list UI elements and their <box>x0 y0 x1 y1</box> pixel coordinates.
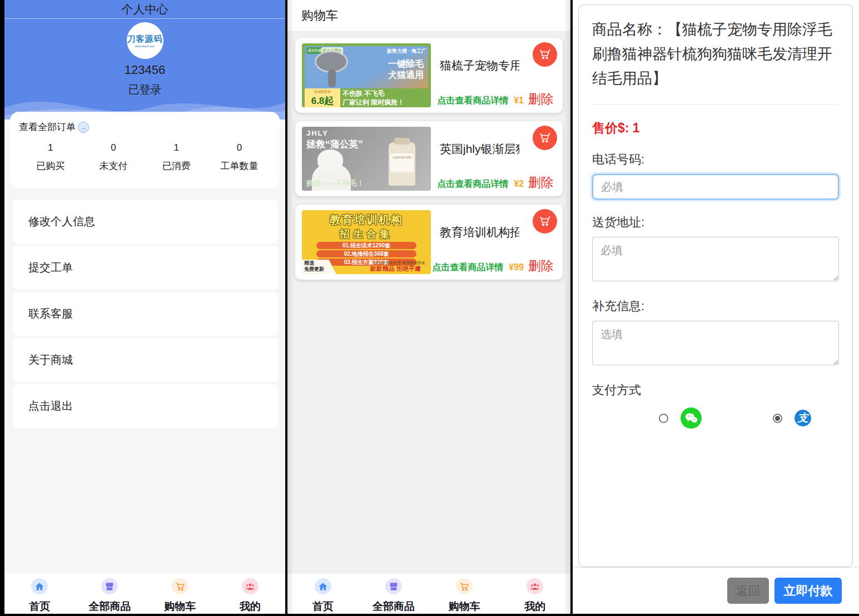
delete-link[interactable]: 删除 <box>528 257 554 275</box>
promo-text: 新势力周 · 淘工厂 <box>387 48 426 55</box>
promo-headline: 拯救“蒲公英” <box>306 138 363 151</box>
promo-headline: 教育培训机构 <box>302 212 431 227</box>
delete-link[interactable]: 删除 <box>528 91 554 108</box>
cart-item-title: 英国jhly银渐层猫咪沐... <box>440 141 519 157</box>
promo-corner: 精选 <box>304 260 314 266</box>
nav-item-home[interactable]: 首页 <box>287 578 358 614</box>
cart-item-title: 教育培训机构招生方... <box>440 225 519 240</box>
bottom-nav: 首页 全部商品 购物车 我的 <box>287 574 570 614</box>
payment-option-wechat[interactable] <box>659 408 702 429</box>
alipay-icon[interactable]: 支 <box>795 410 811 426</box>
checkout-card: 商品名称：【猫梳子宠物专用除浮毛刷撸猫神器针梳狗狗猫咪毛发清理开结毛用品】 售价… <box>578 4 853 567</box>
view-detail-link[interactable]: 点击查看商品详情 <box>437 95 508 107</box>
stat-value: 1 <box>145 142 208 153</box>
address-textarea[interactable] <box>592 237 839 281</box>
item-price: ¥99 <box>509 262 524 272</box>
username: 123456 <box>4 63 285 77</box>
home-icon <box>315 578 331 594</box>
promo-corner: 免费更新 <box>304 266 324 272</box>
wechat-pay-icon[interactable] <box>681 408 702 429</box>
store-icon <box>385 578 402 594</box>
cart-item-title: 猫梳子宠物专用除浮... <box>440 58 519 73</box>
cart-panel: 购物车 满300减30 赠送运费险 新势力周 · 淘工厂 一键除毛 犬猫通用 活… <box>287 0 570 614</box>
profile-menu: 修改个人信息 提交工单 联系客服 关于商城 点击退出 <box>4 200 285 430</box>
cart-header-title: 购物车 <box>287 0 570 31</box>
nav-label: 首页 <box>312 599 334 614</box>
item-price: ¥2 <box>514 179 524 189</box>
extra-info-textarea[interactable] <box>592 321 839 365</box>
payment-option-alipay[interactable]: 支 <box>773 410 811 426</box>
promo-headline: 招生合集 <box>302 227 431 241</box>
profile-panel: 个人中心 刀客源码 www.dkewl.com 123456 已登录 查看全部订… <box>4 0 285 614</box>
address-label: 送货地址: <box>592 214 839 231</box>
product-name: 商品名称：【猫梳子宠物专用除浮毛刷撸猫神器针梳狗狗猫咪毛发清理开结毛用品】 <box>592 17 839 105</box>
promo-strip: 厂家让利 限时疯抢！ <box>342 98 404 107</box>
payment-options: 支 <box>592 408 839 429</box>
nav-item-home[interactable]: 首页 <box>4 578 75 614</box>
nav-item-cart[interactable]: 购物车 <box>145 578 215 614</box>
cart-badge-icon[interactable] <box>533 42 557 67</box>
cart-icon <box>456 578 473 594</box>
wechat-radio[interactable] <box>659 414 668 423</box>
menu-item-submit-ticket[interactable]: 提交工单 <box>13 246 278 290</box>
view-detail-link[interactable]: 点击查看商品详情 <box>437 178 508 190</box>
avatar-logo-subtext: www.dkewl.com <box>135 44 155 48</box>
nav-item-all-products[interactable]: 全部商品 <box>358 578 429 614</box>
phone-input[interactable] <box>592 174 839 200</box>
cart-badge-icon[interactable] <box>533 209 557 234</box>
menu-item-logout[interactable]: 点击退出 <box>13 384 278 428</box>
promo-price: 6.8起 <box>311 96 334 106</box>
nav-label: 首页 <box>29 599 50 614</box>
cart-badge-icon[interactable] <box>533 126 557 150</box>
checkout-panel: 商品名称：【猫梳子宠物专用除浮毛刷撸猫神器针梳狗狗猫咪毛发清理开结毛用品】 售价… <box>573 0 859 614</box>
checkout-footer: 返回 立即付款 <box>573 567 859 614</box>
sale-price: 售价$: 1 <box>592 120 839 137</box>
home-icon <box>31 578 48 594</box>
delete-link[interactable]: 删除 <box>528 174 554 191</box>
menu-item-contact-support[interactable]: 联系客服 <box>13 292 278 336</box>
back-button[interactable]: 返回 <box>727 578 769 604</box>
view-all-orders[interactable]: 查看全部订单 → <box>19 121 280 133</box>
nav-label: 我的 <box>524 599 545 614</box>
app: 个人中心 刀客源码 www.dkewl.com 123456 已登录 查看全部订… <box>0 0 859 614</box>
nav-label: 全部商品 <box>88 599 131 614</box>
nav-label: 我的 <box>240 599 261 614</box>
view-detail-link[interactable]: 点击查看商品详情 <box>432 262 503 274</box>
promo-row: 01.招生话术1290套 <box>316 242 417 249</box>
promo-slogan: 款款精品 拒绝平庸 <box>370 265 421 273</box>
item-price: ¥1 <box>514 96 524 106</box>
users-icon <box>242 578 259 594</box>
alipay-radio[interactable] <box>773 414 782 423</box>
menu-item-about-mall[interactable]: 关于商城 <box>13 338 278 382</box>
circle-arrow-right-icon[interactable]: → <box>78 122 89 133</box>
stat-label: 未支付 <box>82 160 145 172</box>
promo-price-note: 活动到手价 <box>305 90 340 95</box>
nav-item-cart[interactable]: 购物车 <box>429 578 500 614</box>
stat-value: 0 <box>208 142 271 153</box>
cart-icon <box>172 578 188 594</box>
stat-label: 已消费 <box>145 160 208 172</box>
brand-text: JHLY <box>306 129 329 137</box>
store-icon <box>101 578 118 594</box>
cart-item[interactable]: 教育培训机构 招生合集 01.招生话术1290套 02.地推招生368套 03.… <box>295 205 563 280</box>
bottle-label: CLEAN&CARE <box>390 153 414 172</box>
cart-item[interactable]: JHLY 拯救“蒲公英” CLEAN&CARE 挑战——不掉毛！ 英国jhly银… <box>295 121 563 196</box>
pay-now-button[interactable]: 立即付款 <box>774 578 842 604</box>
cart-list: 满300减30 赠送运费险 新势力周 · 淘工厂 一键除毛 犬猫通用 活动到手价… <box>287 31 570 280</box>
order-stats: 1 已购买 0 未支付 1 已消费 0 工单数量 <box>19 142 280 172</box>
menu-item-edit-profile[interactable]: 修改个人信息 <box>13 200 278 244</box>
cart-item[interactable]: 满300减30 赠送运费险 新势力周 · 淘工厂 一键除毛 犬猫通用 活动到手价… <box>295 38 563 113</box>
promo-row: 02.地推招生368套 <box>316 250 417 257</box>
payment-method-label: 支付方式 <box>592 382 839 399</box>
nav-item-all-products[interactable]: 全部商品 <box>75 578 145 614</box>
nav-item-mine[interactable]: 我的 <box>500 578 570 614</box>
nav-label: 购物车 <box>449 599 480 614</box>
product-image-cat-brush: 满300减30 赠送运费险 新势力周 · 淘工厂 一键除毛 犬猫通用 活动到手价… <box>302 43 431 107</box>
stat-label: 已购买 <box>19 160 82 172</box>
stat-purchased: 1 已购买 <box>19 142 82 172</box>
nav-item-mine[interactable]: 我的 <box>215 578 285 614</box>
product-image-edu-course: 教育培训机构 招生合集 01.招生话术1290套 02.地推招生368套 03.… <box>302 210 431 274</box>
bottle-cap-shape <box>394 138 410 145</box>
nav-label: 全部商品 <box>373 599 415 614</box>
avatar[interactable]: 刀客源码 www.dkewl.com <box>127 22 163 59</box>
